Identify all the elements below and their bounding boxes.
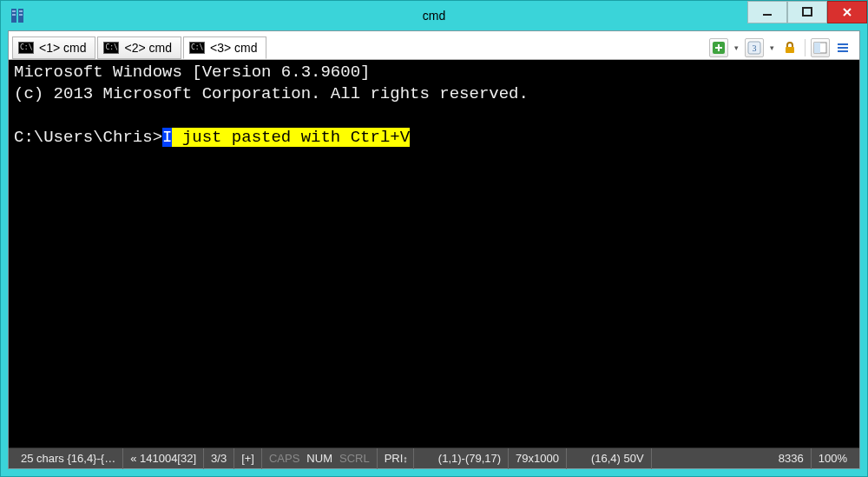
prompt: C:\Users\Chris> — [14, 128, 162, 147]
lock-button[interactable] — [780, 38, 799, 57]
svg-rect-6 — [763, 14, 772, 16]
status-selection[interactable]: 25 chars {16,4}-{… — [14, 448, 123, 469]
window-number-button[interactable]: 3 — [745, 38, 764, 57]
svg-rect-7 — [803, 8, 812, 16]
client-area: <1> cmd <2> cmd <3> cmd ▾ 3 ▾ — [8, 30, 860, 469]
svg-rect-3 — [19, 10, 23, 12]
svg-rect-4 — [12, 14, 16, 16]
app-window: cmd <1> cmd <2> cmd — [0, 0, 868, 477]
tab-strip: <1> cmd <2> cmd <3> cmd ▾ 3 ▾ — [9, 31, 859, 59]
terminal-output[interactable]: Microsoft Windows [Version 6.3.9600] (c)… — [9, 59, 859, 447]
svg-rect-2 — [12, 10, 16, 12]
svg-rect-13 — [814, 43, 820, 53]
close-button[interactable] — [827, 1, 867, 23]
status-pri[interactable]: PRI↕ — [378, 448, 414, 469]
tab-1[interactable]: <1> cmd — [12, 36, 95, 59]
status-dims[interactable]: 79x1000 — [509, 448, 567, 469]
window-controls — [747, 1, 867, 30]
cmd-icon — [18, 42, 34, 54]
terminal-line: (c) 2013 Microsoft Corporation. All righ… — [14, 84, 529, 103]
pasted-text: just pasted with Ctrl+V — [172, 128, 410, 147]
window-title: cmd — [1, 9, 867, 23]
status-tab-index[interactable]: 3/3 — [204, 448, 234, 469]
toolbar-separator — [805, 39, 806, 56]
status-cursor[interactable]: (16,4) 50V — [584, 448, 652, 469]
tab-label: <1> cmd — [39, 41, 86, 55]
status-caps: CAPS — [262, 448, 303, 469]
toolbar: ▾ 3 ▾ — [709, 36, 856, 59]
hamburger-menu-button[interactable] — [833, 38, 852, 57]
status-pid[interactable]: 8336 — [772, 448, 812, 469]
svg-text:3: 3 — [753, 43, 757, 53]
dropdown-icon[interactable]: ▾ — [732, 43, 741, 52]
new-tab-button[interactable] — [709, 38, 728, 57]
tab-2[interactable]: <2> cmd — [97, 36, 181, 59]
text-cursor: I — [162, 128, 172, 147]
minimize-button[interactable] — [747, 1, 787, 23]
cmd-icon — [189, 42, 205, 54]
tab-label: <3> cmd — [210, 41, 257, 55]
svg-rect-5 — [19, 14, 23, 16]
tab-3[interactable]: <3> cmd — [183, 36, 266, 59]
status-bar: 25 chars {16,4}-{… « 141004[32] 3/3 [+] … — [9, 447, 859, 468]
status-buffer[interactable]: « 141004[32] — [123, 448, 204, 469]
cmd-icon — [103, 42, 119, 54]
status-range[interactable]: (1,1)-(79,17) — [431, 448, 509, 469]
status-zoom[interactable]: 100% — [812, 448, 854, 469]
svg-rect-11 — [786, 47, 794, 53]
status-scrl: SCRL — [336, 448, 378, 469]
terminal-line: Microsoft Windows [Version 6.3.9600] — [14, 63, 370, 82]
dropdown-icon[interactable]: ▾ — [767, 43, 777, 52]
status-num: NUM — [303, 448, 336, 469]
maximize-button[interactable] — [787, 1, 827, 23]
split-view-button[interactable] — [811, 38, 830, 57]
status-plus[interactable]: [+] — [234, 448, 262, 469]
tab-label: <2> cmd — [124, 41, 171, 55]
app-icon — [10, 7, 27, 24]
title-bar[interactable]: cmd — [1, 1, 867, 30]
